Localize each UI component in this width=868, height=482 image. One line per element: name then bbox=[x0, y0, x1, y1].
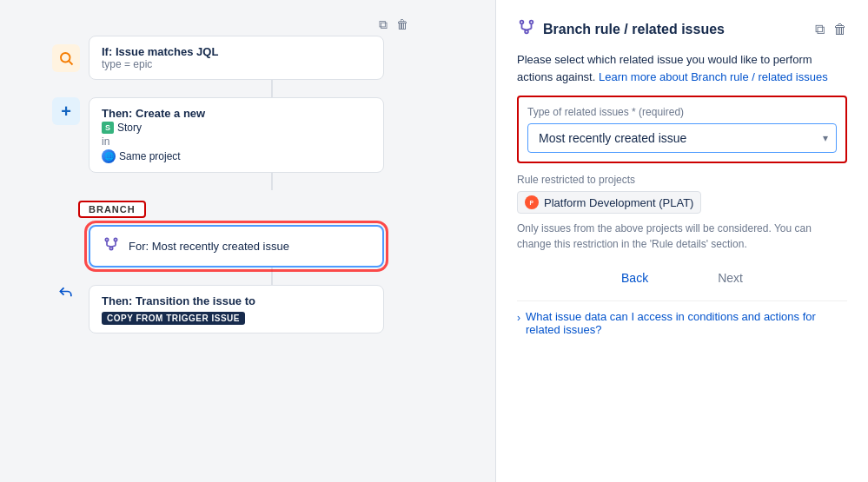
panel-trash-button[interactable]: 🗑 bbox=[833, 22, 847, 37]
project-icon: 🌐 bbox=[102, 149, 116, 163]
type-select[interactable]: Most recently created issue Oldest creat… bbox=[527, 123, 837, 153]
project-tag-label: Platform Development (PLAT) bbox=[544, 196, 693, 209]
svg-point-2 bbox=[105, 238, 108, 241]
in-label: in bbox=[102, 135, 109, 148]
panel-description: Please select which related issue you wo… bbox=[517, 51, 847, 85]
panel-duplicate-button[interactable]: ⧉ bbox=[815, 22, 825, 37]
back-button[interactable]: Back bbox=[604, 266, 666, 290]
svg-point-9 bbox=[520, 21, 524, 24]
svg-text:P: P bbox=[530, 200, 534, 206]
svg-point-11 bbox=[525, 30, 528, 34]
if-node: If: Issue matches JQL type = epic bbox=[89, 36, 384, 80]
then-transition-title: Then: Transition the issue to bbox=[102, 294, 255, 307]
type-section: Type of related issues * (required) Most… bbox=[517, 96, 847, 163]
faq-chevron-icon: › bbox=[517, 312, 520, 324]
svg-line-8 bbox=[111, 246, 116, 248]
svg-point-4 bbox=[109, 247, 112, 249]
svg-line-15 bbox=[527, 29, 532, 30]
right-panel: Branch rule / related issues ⧉ 🗑 Please … bbox=[495, 0, 868, 482]
description-text: Please select which related issue you wo… bbox=[517, 53, 828, 83]
project-tag-icon: P bbox=[525, 195, 539, 209]
then-create-title: Then: Create a new bbox=[102, 107, 205, 120]
panel-title: Branch rule / related issues bbox=[543, 22, 725, 37]
plus-icon[interactable]: + bbox=[52, 97, 80, 125]
search-icon bbox=[52, 44, 80, 72]
svg-line-7 bbox=[107, 246, 111, 248]
if-node-sub: type = epic bbox=[102, 58, 218, 70]
branch-badge: BRANCH bbox=[78, 201, 146, 218]
faq-row: › What issue data can I access in condit… bbox=[517, 300, 847, 336]
if-node-title: If: Issue matches JQL bbox=[102, 45, 218, 58]
branch-node-icon bbox=[103, 235, 120, 257]
story-label: Story bbox=[117, 122, 142, 134]
then-create-node: Then: Create a new S Story in 🌐 Same pro… bbox=[89, 97, 384, 173]
story-icon: S bbox=[102, 122, 114, 134]
svg-point-10 bbox=[530, 21, 533, 24]
svg-line-14 bbox=[522, 29, 527, 30]
transition-icon bbox=[52, 285, 80, 302]
restriction-note: Only issues from the above projects will… bbox=[517, 221, 847, 252]
panel-title-row: Branch rule / related issues bbox=[517, 17, 725, 41]
panel-actions: ⧉ 🗑 bbox=[815, 22, 847, 37]
branch-badge-row: BRANCH bbox=[26, 201, 146, 218]
rule-restricted-label: Rule restricted to projects bbox=[517, 174, 847, 186]
type-field-label: Type of related issues * (required) bbox=[527, 106, 837, 118]
project-tag: P Platform Development (PLAT) bbox=[517, 191, 701, 214]
rule-restricted-section: Rule restricted to projects P Platform D… bbox=[517, 174, 847, 252]
left-panel: ⧉ 🗑 If: Issue matches JQL type = epic + … bbox=[0, 0, 495, 482]
for-node-text: For: Most recently created issue bbox=[129, 240, 289, 253]
duplicate-icon[interactable]: ⧉ bbox=[379, 17, 388, 32]
project-label: Same project bbox=[119, 150, 181, 162]
trash-icon[interactable]: 🗑 bbox=[396, 17, 408, 32]
learn-more-link[interactable]: Learn more about Branch rule / related i… bbox=[599, 70, 828, 83]
for-node[interactable]: For: Most recently created issue bbox=[89, 225, 384, 267]
panel-header: Branch rule / related issues ⧉ 🗑 bbox=[517, 17, 847, 41]
panel-footer: Back Next bbox=[517, 262, 847, 290]
faq-link[interactable]: What issue data can I access in conditio… bbox=[526, 310, 847, 336]
svg-point-0 bbox=[61, 53, 70, 63]
copy-badge: COPY FROM TRIGGER ISSUE bbox=[102, 312, 245, 325]
panel-branch-icon bbox=[517, 17, 536, 41]
then-transition-node: Then: Transition the issue to COPY FROM … bbox=[89, 285, 384, 333]
svg-point-3 bbox=[114, 238, 116, 241]
svg-line-1 bbox=[69, 61, 72, 64]
type-select-wrapper: Most recently created issue Oldest creat… bbox=[527, 123, 837, 153]
next-button[interactable]: Next bbox=[700, 266, 760, 290]
